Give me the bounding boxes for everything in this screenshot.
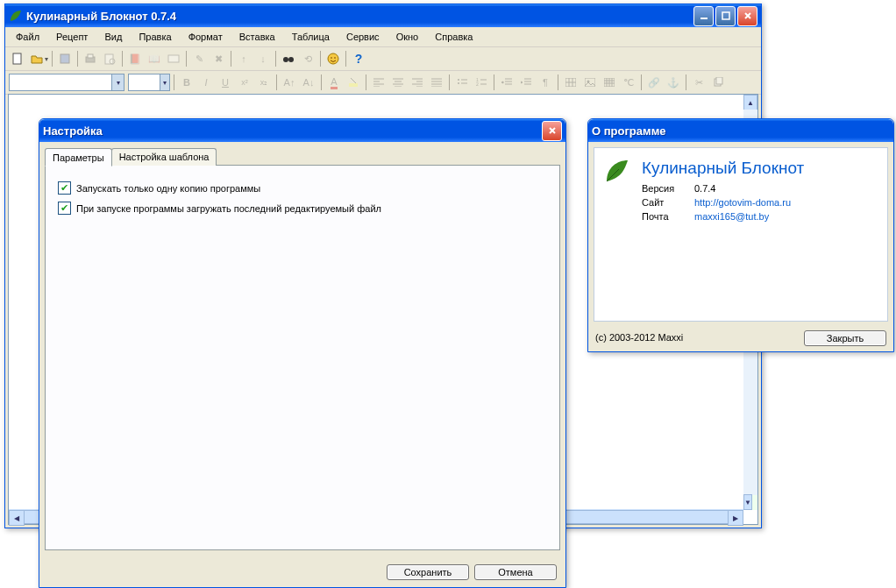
- svg-rect-18: [585, 78, 595, 87]
- main-titlebar[interactable]: Кулинарный Блокнот 0.7.4: [5, 4, 761, 27]
- menu-recipe[interactable]: Рецепт: [49, 29, 95, 45]
- card-icon[interactable]: [165, 50, 182, 67]
- checkbox-label: При запуске программы загружать последни…: [76, 203, 381, 214]
- menu-insert[interactable]: Вставка: [232, 29, 282, 45]
- svg-rect-3: [60, 54, 69, 63]
- numbering-icon[interactable]: 12: [473, 74, 490, 91]
- copy-icon[interactable]: [709, 74, 727, 91]
- font-shrink-icon[interactable]: A↓: [300, 74, 317, 91]
- menu-service[interactable]: Сервис: [339, 29, 387, 45]
- about-copyright: (c) 2003-2012 Maxxi: [595, 332, 683, 343]
- menu-help[interactable]: Справка: [428, 29, 480, 45]
- book-icon[interactable]: 📕: [126, 50, 144, 67]
- insert-table-icon[interactable]: [562, 74, 580, 91]
- insert-grid-icon[interactable]: [601, 74, 618, 91]
- svg-rect-8: [168, 55, 179, 62]
- scroll-right-icon[interactable]: ▶: [728, 510, 743, 526]
- about-titlebar[interactable]: О программе: [588, 119, 893, 142]
- settings-tabs: Параметры Настройка шаблона ✔ Запускать …: [45, 147, 560, 550]
- arrow-up-icon[interactable]: ↑: [235, 50, 252, 67]
- about-app-name: Кулинарный Блокнот: [642, 159, 878, 178]
- replace-icon[interactable]: ⟲: [299, 50, 316, 67]
- settings-close-button[interactable]: [542, 121, 562, 141]
- print-preview-icon[interactable]: [101, 50, 118, 67]
- underline-icon[interactable]: U: [217, 74, 234, 91]
- align-left-icon[interactable]: [370, 74, 388, 91]
- font-color-icon[interactable]: A: [325, 74, 343, 91]
- paragraph-icon[interactable]: ¶: [537, 74, 554, 91]
- help-icon[interactable]: ?: [350, 50, 367, 67]
- open-dropdown-icon[interactable]: ▾: [45, 55, 48, 63]
- svg-point-11: [328, 53, 338, 64]
- arrow-down-icon[interactable]: ↓: [254, 50, 272, 67]
- standard-toolbar: ▾ 📕 📖 ✎ ✖ ↑ ↓ ⟲ ?: [5, 47, 761, 71]
- menu-file[interactable]: Файл: [9, 29, 46, 45]
- smiley-icon[interactable]: [324, 50, 342, 67]
- print-icon[interactable]: [82, 50, 99, 67]
- save-icon[interactable]: [56, 50, 74, 67]
- highlight-icon[interactable]: [345, 74, 362, 91]
- chevron-down-icon[interactable]: ▾: [160, 74, 169, 90]
- settings-title: Настройка: [43, 124, 542, 138]
- italic-icon[interactable]: I: [197, 74, 215, 91]
- checkbox-label: Запускать только одну копию программы: [76, 183, 260, 194]
- temperature-icon[interactable]: ℃: [620, 74, 637, 91]
- about-close-button[interactable]: Закрыть: [804, 330, 886, 346]
- svg-rect-12: [349, 83, 358, 87]
- bullets-icon[interactable]: [453, 74, 471, 91]
- align-justify-icon[interactable]: [428, 74, 445, 91]
- cut-icon[interactable]: ✂: [690, 74, 708, 91]
- font-size-combo[interactable]: ▾: [128, 74, 170, 91]
- menu-window[interactable]: Окно: [389, 29, 426, 45]
- maximize-button[interactable]: [715, 6, 736, 26]
- binoculars-icon[interactable]: [280, 50, 297, 67]
- app-icon: [603, 157, 631, 185]
- insert-image-icon[interactable]: [581, 74, 599, 91]
- subscript-icon[interactable]: x₂: [255, 74, 273, 91]
- settings-dialog: Настройка Параметры Настройка шаблона ✔ …: [39, 118, 566, 588]
- main-title: Кулинарный Блокнот 0.7.4: [26, 10, 693, 23]
- font-grow-icon[interactable]: A↑: [281, 74, 298, 91]
- tab-page-parameters: ✔ Запускать только одну копию программы …: [45, 165, 560, 550]
- close-button[interactable]: [737, 6, 757, 26]
- app-icon: [9, 9, 23, 23]
- menu-format[interactable]: Формат: [181, 29, 230, 45]
- menu-view[interactable]: Вид: [97, 29, 129, 45]
- outdent-icon[interactable]: [498, 74, 516, 91]
- chevron-down-icon[interactable]: ▾: [111, 74, 124, 90]
- align-right-icon[interactable]: [409, 74, 426, 91]
- about-version-value: 0.7.4: [694, 183, 878, 194]
- open-icon[interactable]: [28, 50, 46, 67]
- menu-edit[interactable]: Правка: [132, 29, 178, 45]
- about-site-link[interactable]: http://gotovim-doma.ru: [694, 197, 878, 208]
- open-book-icon[interactable]: 📖: [146, 50, 163, 67]
- tab-parameters[interactable]: Параметры: [45, 148, 112, 166]
- checkbox-load-last-file[interactable]: ✔ При запуске программы загружать послед…: [58, 202, 547, 215]
- save-button[interactable]: Сохранить: [387, 564, 469, 580]
- checkbox-icon: ✔: [58, 181, 71, 195]
- about-mail-link[interactable]: maxxi165@tut.by: [694, 211, 878, 222]
- align-center-icon[interactable]: [389, 74, 407, 91]
- scroll-up-icon[interactable]: ▲: [743, 95, 757, 110]
- new-icon[interactable]: [9, 50, 26, 67]
- tab-template[interactable]: Настройка шаблона: [111, 148, 217, 166]
- menu-table[interactable]: Таблица: [285, 29, 337, 45]
- checkbox-single-instance[interactable]: ✔ Запускать только одну копию программы: [58, 181, 547, 195]
- indent-icon[interactable]: [517, 74, 535, 91]
- link-icon[interactable]: 🔗: [645, 74, 663, 91]
- anchor-icon[interactable]: ⚓: [665, 74, 682, 91]
- minimize-button[interactable]: [693, 6, 714, 26]
- cancel-button[interactable]: Отмена: [474, 564, 557, 580]
- superscript-icon[interactable]: x²: [236, 74, 253, 91]
- settings-titlebar[interactable]: Настройка: [39, 119, 565, 142]
- about-title: О программе: [592, 124, 890, 138]
- scroll-down-icon[interactable]: ▼: [743, 494, 752, 510]
- bold-icon[interactable]: B: [178, 74, 196, 91]
- checkbox-icon: ✔: [58, 202, 71, 215]
- about-site-label: Сайт: [642, 197, 694, 208]
- svg-point-9: [283, 57, 288, 62]
- scroll-left-icon[interactable]: ◀: [9, 510, 25, 526]
- delete-icon[interactable]: ✖: [210, 50, 227, 67]
- edit-icon[interactable]: ✎: [190, 50, 208, 67]
- font-family-combo[interactable]: ▾: [9, 74, 124, 91]
